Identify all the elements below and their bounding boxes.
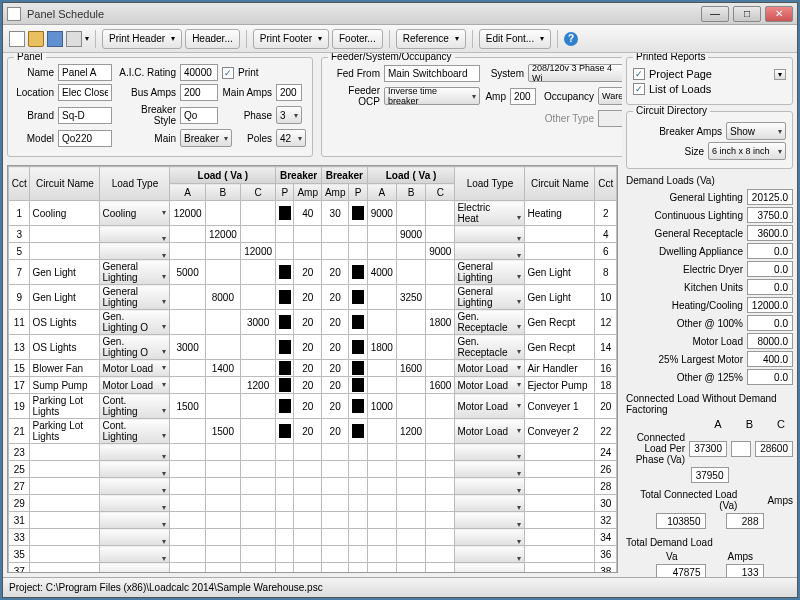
- grid-cell[interactable]: Motor Load: [455, 360, 525, 377]
- aic-input[interactable]: [180, 64, 218, 81]
- grid-cell[interactable]: [100, 478, 170, 495]
- grid-cell[interactable]: [321, 495, 348, 512]
- grid-cell[interactable]: 9000: [396, 226, 425, 243]
- pole-cell[interactable]: [276, 419, 294, 444]
- grid-cell[interactable]: 20: [321, 260, 348, 285]
- grid-cell[interactable]: [30, 546, 100, 563]
- grid-cell[interactable]: 34: [595, 529, 617, 546]
- pole-cell[interactable]: [349, 310, 367, 335]
- grid-cell[interactable]: [170, 512, 205, 529]
- grid-cell[interactable]: 9000: [367, 201, 396, 226]
- grid-cell[interactable]: [396, 529, 425, 546]
- grid-cell[interactable]: [205, 243, 240, 260]
- grid-cell[interactable]: [367, 360, 396, 377]
- grid-cell[interactable]: [205, 461, 240, 478]
- grid-cell[interactable]: [100, 529, 170, 546]
- grid-cell[interactable]: 1400: [205, 360, 240, 377]
- print-dropdown-icon[interactable]: ▾: [85, 34, 89, 43]
- grid-cell[interactable]: 31: [9, 512, 30, 529]
- panel-name-input[interactable]: [58, 64, 112, 81]
- grid-cell[interactable]: Heating: [525, 201, 595, 226]
- grid-cell[interactable]: [30, 444, 100, 461]
- pole-cell[interactable]: [349, 377, 367, 394]
- grid-cell[interactable]: Motor Load: [455, 377, 525, 394]
- grid-cell[interactable]: 20: [321, 285, 348, 310]
- grid-cell[interactable]: 9000: [426, 243, 455, 260]
- grid-cell[interactable]: [367, 512, 396, 529]
- grid-cell[interactable]: [294, 444, 321, 461]
- grid-cell[interactable]: [426, 478, 455, 495]
- grid-cell[interactable]: [205, 444, 240, 461]
- phase-select[interactable]: 3: [276, 106, 302, 124]
- grid-cell[interactable]: 1500: [205, 419, 240, 444]
- grid-cell[interactable]: 20: [321, 360, 348, 377]
- pole-cell[interactable]: [349, 461, 367, 478]
- grid-cell[interactable]: [367, 444, 396, 461]
- grid-cell[interactable]: 20: [294, 377, 321, 394]
- grid-cell[interactable]: General Lighting: [455, 260, 525, 285]
- grid-cell[interactable]: 20: [294, 285, 321, 310]
- save-icon[interactable]: [47, 31, 63, 47]
- grid-cell[interactable]: 29: [9, 495, 30, 512]
- grid-cell[interactable]: [426, 461, 455, 478]
- grid-cell[interactable]: Motor Load: [455, 419, 525, 444]
- grid-cell[interactable]: [100, 444, 170, 461]
- grid-cell[interactable]: 5: [9, 243, 30, 260]
- grid-cell[interactable]: [396, 260, 425, 285]
- new-icon[interactable]: [9, 31, 25, 47]
- grid-cell[interactable]: [367, 461, 396, 478]
- grid-cell[interactable]: [396, 335, 425, 360]
- grid-cell[interactable]: [100, 461, 170, 478]
- grid-cell[interactable]: 20: [294, 394, 321, 419]
- pole-cell[interactable]: [349, 444, 367, 461]
- help-icon[interactable]: ?: [564, 32, 578, 46]
- grid-cell[interactable]: 23: [9, 444, 30, 461]
- pole-cell[interactable]: [349, 201, 367, 226]
- mainamps-input[interactable]: [276, 84, 302, 101]
- pole-cell[interactable]: [349, 260, 367, 285]
- grid-cell[interactable]: [426, 495, 455, 512]
- grid-cell[interactable]: [367, 310, 396, 335]
- grid-cell[interactable]: [455, 495, 525, 512]
- grid-cell[interactable]: [455, 512, 525, 529]
- grid-cell[interactable]: [525, 444, 595, 461]
- grid-cell[interactable]: [396, 495, 425, 512]
- grid-cell[interactable]: 3000: [240, 310, 275, 335]
- grid-cell[interactable]: Conveyer 2: [525, 419, 595, 444]
- grid-cell[interactable]: 1200: [240, 377, 275, 394]
- grid-cell[interactable]: [30, 563, 100, 574]
- grid-cell[interactable]: [525, 461, 595, 478]
- amp-input[interactable]: [510, 88, 536, 105]
- print-checkbox[interactable]: ✓: [222, 67, 234, 79]
- grid-cell[interactable]: 7: [9, 260, 30, 285]
- pole-cell[interactable]: [276, 285, 294, 310]
- grid-cell[interactable]: [170, 419, 205, 444]
- poles-select[interactable]: 42: [276, 129, 306, 147]
- grid-cell[interactable]: [240, 394, 275, 419]
- print-header-button[interactable]: Print Header▾: [102, 29, 182, 49]
- grid-cell[interactable]: [321, 546, 348, 563]
- grid-cell[interactable]: [170, 563, 205, 574]
- col-circuit-name[interactable]: Circuit Name: [30, 167, 100, 201]
- model-input[interactable]: [58, 130, 112, 147]
- grid-cell[interactable]: 15: [9, 360, 30, 377]
- grid-cell[interactable]: [30, 529, 100, 546]
- grid-cell[interactable]: [321, 444, 348, 461]
- grid-cell[interactable]: [396, 546, 425, 563]
- grid-cell[interactable]: 20: [321, 394, 348, 419]
- grid-cell[interactable]: [170, 529, 205, 546]
- pole-cell[interactable]: [276, 461, 294, 478]
- grid-cell[interactable]: [240, 529, 275, 546]
- grid-cell[interactable]: [455, 478, 525, 495]
- grid-cell[interactable]: Parking Lot Lights: [30, 394, 100, 419]
- open-icon[interactable]: [28, 31, 44, 47]
- grid-cell[interactable]: Gen Light: [525, 260, 595, 285]
- grid-cell[interactable]: 19: [9, 394, 30, 419]
- grid-cell[interactable]: [170, 226, 205, 243]
- grid-cell[interactable]: [396, 394, 425, 419]
- pole-cell[interactable]: [276, 226, 294, 243]
- print-footer-button[interactable]: Print Footer▾: [253, 29, 329, 49]
- grid-cell[interactable]: 14: [595, 335, 617, 360]
- grid-cell[interactable]: [525, 512, 595, 529]
- grid-cell[interactable]: [240, 563, 275, 574]
